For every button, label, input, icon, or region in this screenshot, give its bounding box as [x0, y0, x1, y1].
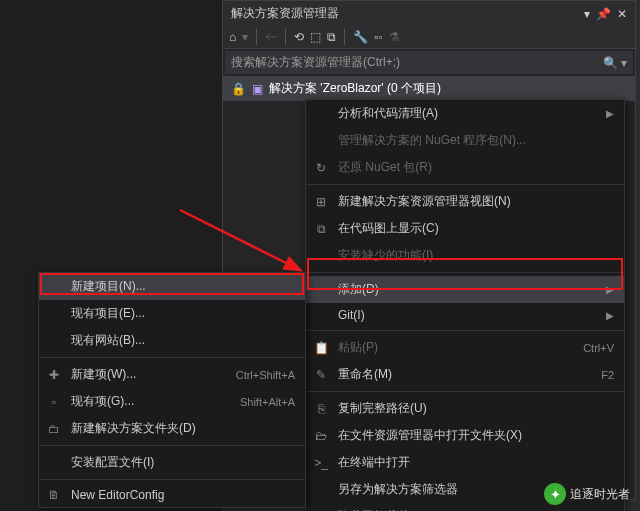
run-icon[interactable]: ▫◦	[374, 30, 383, 44]
menu-item[interactable]: 🗁在文件资源管理器中打开文件夹(X)	[306, 422, 624, 449]
menu-item[interactable]: 现有网站(B)...	[39, 327, 305, 354]
menu-label: 新建项目(N)...	[71, 278, 295, 295]
menu-icon: ⧉	[312, 222, 330, 236]
menu-label: 现有网站(B)...	[71, 332, 295, 349]
menu-icon: 📋	[312, 341, 330, 355]
chevron-right-icon: ▶	[596, 284, 614, 295]
panel-title-bar: 解决方案资源管理器 ▾ 📌 ✕	[223, 1, 635, 26]
menu-icon: ⊞	[312, 195, 330, 209]
menu-label: 复制完整路径(U)	[338, 400, 614, 417]
menu-label: Git(I)	[338, 308, 588, 322]
menu-item: 📋粘贴(P)Ctrl+V	[306, 334, 624, 361]
menu-item[interactable]: 安装配置文件(I)	[39, 449, 305, 476]
menu-shortcut: F2	[581, 369, 614, 381]
menu-label: 在终端中打开	[338, 454, 614, 471]
stack-icon[interactable]: ⬚	[310, 30, 321, 44]
menu-label: 粘贴(P)	[338, 339, 555, 356]
menu-item[interactable]: 🗎New EditorConfig	[39, 483, 305, 507]
chevron-right-icon: ▶	[596, 310, 614, 321]
panel-toolbar: ⌂ ▾ 🡠 ⟲ ⬚ ⧉ 🔧 ▫◦ ⚗	[223, 26, 635, 49]
search-box[interactable]: 搜索解决方案资源管理器(Ctrl+;) 🔍 ▾	[225, 51, 633, 74]
sync-icon[interactable]: ⟲	[294, 30, 304, 44]
menu-item[interactable]: 🗀新建解决方案文件夹(D)	[39, 415, 305, 442]
arrow-annotation	[170, 200, 310, 280]
context-menu-add: 新建项目(N)...现有项目(E)...现有网站(B)...✚新建项(W)...…	[38, 272, 306, 508]
menu-item[interactable]: ⎘复制完整路径(U)	[306, 395, 624, 422]
menu-label: 新建解决方案文件夹(D)	[71, 420, 295, 437]
menu-label: 在文件资源管理器中打开文件夹(X)	[338, 427, 614, 444]
menu-label: 安装配置文件(I)	[71, 454, 295, 471]
pin-icon[interactable]: 📌	[596, 7, 611, 21]
watermark: ✦ 追逐时光者	[544, 483, 630, 505]
menu-icon: ▫	[45, 395, 63, 409]
close-icon[interactable]: ✕	[617, 7, 627, 21]
menu-label: 重命名(M)	[338, 366, 573, 383]
copy-icon[interactable]: ⧉	[327, 30, 336, 44]
lock-icon: 🔒	[231, 82, 246, 96]
menu-label: 新建解决方案资源管理器视图(N)	[338, 193, 614, 210]
filter-icon[interactable]: ⚗	[389, 30, 400, 44]
wrench-icon[interactable]: 🔧	[353, 30, 368, 44]
menu-icon: 🗀	[45, 422, 63, 436]
menu-item[interactable]: Git(I)▶	[306, 303, 624, 327]
dropdown-icon[interactable]: ▾	[584, 7, 590, 21]
menu-item: ↻还原 NuGet 包(R)	[306, 154, 624, 181]
menu-shortcut: Shift+Alt+A	[220, 396, 295, 408]
solution-label: 解决方案 'ZeroBlazor' (0 个项目)	[269, 80, 441, 97]
panel-title: 解决方案资源管理器	[231, 5, 339, 22]
menu-icon: ↻	[312, 161, 330, 175]
menu-label: 现有项目(E)...	[71, 305, 295, 322]
menu-label: 新建项(W)...	[71, 366, 208, 383]
menu-label: 分析和代码清理(A)	[338, 105, 588, 122]
svg-line-0	[180, 210, 290, 265]
chevron-right-icon: ▶	[596, 108, 614, 119]
search-icon: 🔍 ▾	[603, 56, 627, 70]
menu-label: 现有项(G)...	[71, 393, 212, 410]
menu-icon: >_	[312, 456, 330, 470]
menu-item[interactable]: 现有项目(E)...	[39, 300, 305, 327]
menu-item[interactable]: ▫现有项(G)...Shift+Alt+A	[39, 388, 305, 415]
menu-item: 管理解决方案的 NuGet 程序包(N)...	[306, 127, 624, 154]
menu-shortcut: Ctrl+Shift+A	[216, 369, 295, 381]
menu-item[interactable]: ⊞新建解决方案资源管理器视图(N)	[306, 188, 624, 215]
solution-node[interactable]: 🔒 ▣ 解决方案 'ZeroBlazor' (0 个项目)	[223, 76, 635, 101]
menu-item: 安装缺少的功能(I)	[306, 242, 624, 269]
menu-icon: ⎘	[312, 402, 330, 416]
menu-label: 管理解决方案的 NuGet 程序包(N)...	[338, 132, 614, 149]
menu-item[interactable]: >_在终端中打开	[306, 449, 624, 476]
menu-item[interactable]: 添加(D)▶	[306, 276, 624, 303]
menu-label: 添加(D)	[338, 281, 588, 298]
context-menu-main: 分析和代码清理(A)▶管理解决方案的 NuGet 程序包(N)...↻还原 Nu…	[305, 99, 625, 511]
menu-shortcut: Ctrl+V	[563, 342, 614, 354]
menu-label: 在代码图上显示(C)	[338, 220, 614, 237]
menu-label: 安装缺少的功能(I)	[338, 247, 614, 264]
dropdown-icon[interactable]: ▾	[242, 30, 248, 44]
menu-label: 还原 NuGet 包(R)	[338, 159, 614, 176]
menu-icon: ✎	[312, 368, 330, 382]
back-icon[interactable]: 🡠	[265, 30, 277, 44]
menu-icon: 🗁	[312, 429, 330, 443]
menu-item[interactable]: 分析和代码清理(A)▶	[306, 100, 624, 127]
menu-item[interactable]: ✚新建项(W)...Ctrl+Shift+A	[39, 361, 305, 388]
menu-icon: 🗎	[45, 488, 63, 502]
search-placeholder: 搜索解决方案资源管理器(Ctrl+;)	[231, 54, 400, 71]
menu-icon: ✚	[45, 368, 63, 382]
solution-icon: ▣	[252, 82, 263, 96]
wechat-icon: ✦	[544, 483, 566, 505]
home-icon[interactable]: ⌂	[229, 30, 236, 44]
menu-item[interactable]: ✎重命名(M)F2	[306, 361, 624, 388]
menu-item[interactable]: ⧉在代码图上显示(C)	[306, 215, 624, 242]
menu-label: New EditorConfig	[71, 488, 295, 502]
